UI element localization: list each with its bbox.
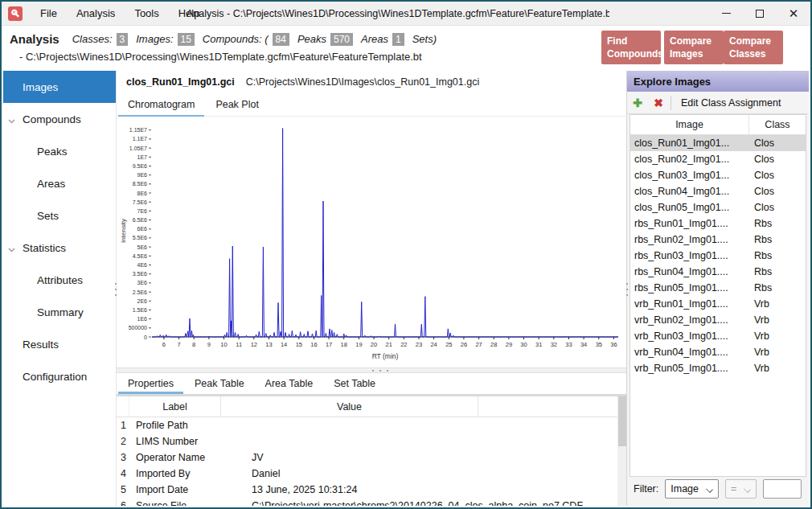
image-row[interactable]: rbs_Run02_Img01....Rbs bbox=[630, 232, 806, 248]
tab-set-table[interactable]: Set Table bbox=[324, 373, 385, 394]
chevron-down-icon bbox=[8, 243, 15, 255]
image-row[interactable]: rbs_Run05_Img01....Rbs bbox=[630, 280, 806, 296]
svg-text:14: 14 bbox=[281, 341, 287, 348]
sidebar-item-attributes[interactable]: Attributes bbox=[3, 264, 116, 296]
filter-field-select[interactable]: Image bbox=[665, 479, 719, 499]
analysis-label: Analysis bbox=[10, 32, 59, 46]
sidebar-nav: ImagesCompoundsPeaksAreasSetsStatisticsA… bbox=[3, 71, 117, 506]
image-row[interactable]: clos_Run04_Img01...Clos bbox=[630, 183, 806, 199]
sidebar-item-images[interactable]: Images bbox=[3, 71, 116, 103]
table-row[interactable]: 4Imported ByDaniel bbox=[117, 466, 617, 482]
compare-classes-button[interactable]: Compare Classes bbox=[724, 31, 783, 64]
remove-image-button[interactable]: ✖ bbox=[648, 96, 669, 109]
svg-text:15: 15 bbox=[296, 341, 302, 348]
sidebar-item-peaks[interactable]: Peaks bbox=[3, 135, 116, 167]
property-value: JV bbox=[221, 452, 264, 463]
image-row[interactable]: clos_Run02_Img01...Clos bbox=[630, 151, 806, 167]
add-image-button[interactable]: ✚ bbox=[627, 96, 648, 109]
tab-peak-plot[interactable]: Peak Plot bbox=[206, 93, 269, 116]
svg-text:5E6: 5E6 bbox=[137, 244, 148, 250]
row-number-column-header bbox=[117, 396, 129, 417]
file-header: clos_Run01_Img01.gci C:\Projects\Wines1D… bbox=[117, 71, 628, 93]
title-bar: 🔍︎ FileAnalysisToolsHelp Analysis - C:\P… bbox=[2, 2, 810, 26]
sidebar-item-results[interactable]: Results bbox=[3, 328, 116, 360]
sets-label: Sets) bbox=[412, 33, 437, 45]
class-cell: Rbs bbox=[749, 266, 806, 277]
svg-text:9E6: 9E6 bbox=[137, 172, 148, 178]
sidebar-item-summary[interactable]: Summary bbox=[3, 296, 116, 328]
classes-count-badge: 3 bbox=[117, 33, 129, 46]
table-row[interactable]: 1Profile Path bbox=[117, 417, 617, 433]
menu-bar: FileAnalysisToolsHelp bbox=[31, 2, 209, 26]
minimize-button[interactable] bbox=[709, 2, 743, 26]
sidebar-item-compounds[interactable]: Compounds bbox=[3, 103, 116, 135]
sidebar-item-statistics[interactable]: Statistics bbox=[3, 232, 116, 264]
close-button[interactable]: ✕ bbox=[777, 2, 810, 26]
chevron-down-icon bbox=[744, 486, 751, 492]
svg-text:35: 35 bbox=[596, 341, 602, 348]
image-row[interactable]: clos_Run03_Img01...Clos bbox=[630, 167, 806, 183]
image-cell: rbs_Run05_Img01.... bbox=[630, 282, 749, 293]
menu-analysis[interactable]: Analysis bbox=[67, 2, 125, 26]
menu-file[interactable]: File bbox=[31, 2, 67, 26]
tab-peak-table[interactable]: Peak Table bbox=[185, 373, 254, 394]
sidebar-item-areas[interactable]: Areas bbox=[3, 167, 116, 199]
table-row[interactable]: 5Import Date13 June, 2025 10:31:24 bbox=[117, 482, 617, 498]
chart-tabs: ChromatogramPeak Plot bbox=[117, 93, 628, 117]
svg-text:13: 13 bbox=[265, 341, 272, 348]
image-row[interactable]: vrb_Run01_Img01....Vrb bbox=[630, 296, 806, 312]
filter-operator-select[interactable]: = bbox=[725, 479, 757, 499]
image-cell: clos_Run04_Img01... bbox=[630, 186, 749, 197]
maximize-button[interactable] bbox=[743, 2, 777, 26]
table-row[interactable]: 6Source FileC:\Projects\veri-master\chro… bbox=[117, 498, 617, 506]
class-cell: Clos bbox=[749, 138, 806, 149]
image-row[interactable]: rbs_Run01_Img01....Rbs bbox=[630, 216, 806, 232]
find-compounds-button[interactable]: Find Compounds bbox=[601, 31, 661, 64]
table-row[interactable]: 3Operator NameJV bbox=[117, 449, 617, 466]
edit-class-assignment-button[interactable]: Edit Class Assignment bbox=[676, 94, 785, 112]
svg-text:1.15E7: 1.15E7 bbox=[129, 127, 147, 133]
image-row[interactable]: vrb_Run05_Img01....Vrb bbox=[630, 360, 806, 376]
filter-field-value: Image bbox=[671, 483, 699, 495]
svg-text:17: 17 bbox=[326, 341, 332, 348]
sets-count-badge: 1 bbox=[392, 33, 404, 46]
svg-text:6.5E6: 6.5E6 bbox=[133, 217, 147, 223]
image-cell: vrb_Run04_Img01.... bbox=[630, 347, 749, 358]
row-number: 4 bbox=[117, 468, 129, 479]
image-row[interactable]: vrb_Run03_Img01....Vrb bbox=[630, 328, 806, 344]
sidebar-item-sets[interactable]: Sets bbox=[3, 199, 116, 232]
chromatogram-chart[interactable]: 6789101112131415161718192021222324252627… bbox=[117, 117, 628, 367]
image-row[interactable]: rbs_Run03_Img01....Rbs bbox=[630, 248, 806, 264]
image-column-header[interactable]: Image bbox=[630, 115, 749, 134]
class-cell: Rbs bbox=[749, 250, 806, 261]
sidebar-item-configuration[interactable]: Configuration bbox=[3, 360, 116, 392]
image-row[interactable]: vrb_Run02_Img01....Vrb bbox=[630, 312, 806, 328]
menu-tools[interactable]: Tools bbox=[125, 2, 168, 26]
svg-text:20: 20 bbox=[371, 341, 377, 348]
table-row[interactable]: 2LIMS Number bbox=[117, 433, 617, 449]
file-name: clos_Run01_Img01.gci bbox=[126, 76, 235, 88]
image-row[interactable]: vrb_Run04_Img01....Vrb bbox=[630, 344, 806, 360]
left-splitter-handle[interactable] bbox=[115, 283, 117, 296]
class-cell: Clos bbox=[749, 186, 806, 197]
svg-text:18: 18 bbox=[341, 341, 347, 348]
tab-chromatogram[interactable]: Chromatogram bbox=[118, 93, 204, 116]
sidebar-item-label: Peaks bbox=[3, 146, 68, 158]
class-column-header[interactable]: Class bbox=[749, 115, 806, 134]
tab-area-table[interactable]: Area Table bbox=[256, 373, 323, 394]
horizontal-splitter[interactable] bbox=[117, 367, 628, 373]
compare-images-button[interactable]: Compare Images bbox=[664, 31, 724, 64]
action-buttons: Find CompoundsCompare ImagesCompare Clas… bbox=[601, 31, 804, 64]
image-row[interactable]: clos_Run01_Img01...Clos bbox=[630, 135, 806, 151]
button-gap bbox=[794, 31, 804, 64]
filter-value-input[interactable] bbox=[763, 479, 802, 499]
svg-text:5.5E6: 5.5E6 bbox=[133, 235, 147, 240]
tab-properties[interactable]: Properties bbox=[118, 373, 183, 394]
right-splitter-handle[interactable] bbox=[626, 283, 628, 296]
filter-operator-value: = bbox=[731, 483, 736, 495]
image-row[interactable]: rbs_Run04_Img01....Rbs bbox=[630, 264, 806, 280]
minimize-icon bbox=[722, 13, 731, 14]
image-row[interactable]: clos_Run05_Img01...Clos bbox=[630, 199, 806, 216]
svg-text:9.5E6: 9.5E6 bbox=[133, 163, 147, 169]
svg-text:30: 30 bbox=[520, 341, 527, 348]
